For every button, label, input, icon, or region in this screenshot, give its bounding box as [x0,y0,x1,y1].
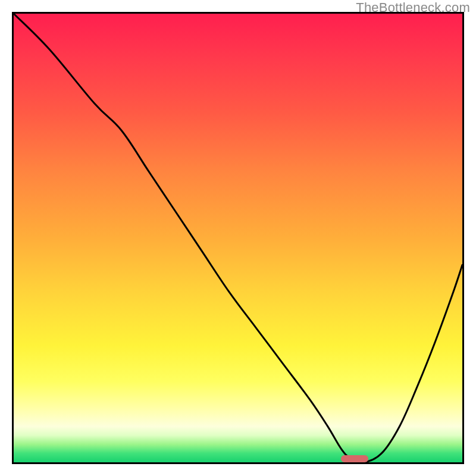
minimum-marker [341,455,368,462]
bottleneck-curve [14,14,462,462]
watermark-text: TheBottleneck.com [356,0,470,15]
plot-area [12,12,464,464]
